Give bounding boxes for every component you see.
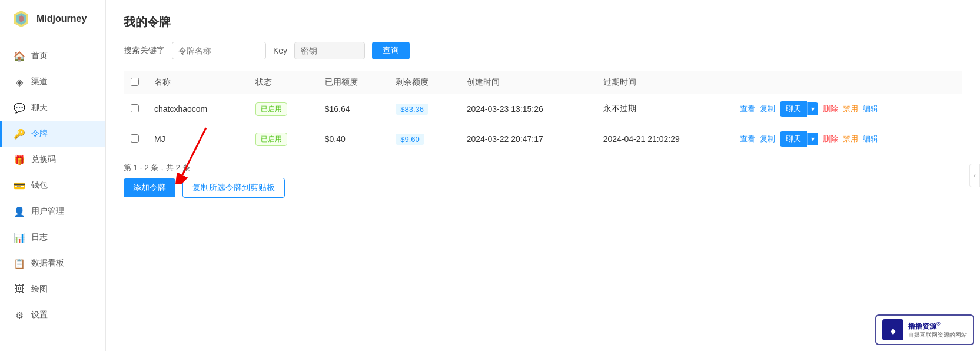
watermark: ⬧ 撸撸资源® 自媒互联网资源的网站	[875, 314, 974, 345]
sidebar-label-token: 令牌	[31, 128, 48, 139]
table-row: MJ 已启用 $0.40 $9.60 2024-03-22 20:47:17 2…	[124, 124, 962, 154]
row-used: $0.40	[318, 124, 389, 154]
sidebar-item-dashboard[interactable]: 📋 数据看板	[0, 250, 105, 276]
th-created: 创建时间	[460, 71, 596, 94]
sidebar-logo: Midjourney	[0, 0, 105, 38]
row-checkbox-cell	[124, 124, 147, 154]
sidebar-item-logs[interactable]: 📊 日志	[0, 224, 105, 250]
channel-icon: ◈	[14, 76, 25, 88]
row-status: 已启用	[248, 124, 318, 154]
logs-icon: 📊	[14, 231, 25, 243]
sidebar-item-settings[interactable]: ⚙ 设置	[0, 302, 105, 328]
app-name: Midjourney	[36, 14, 87, 24]
home-icon: 🏠	[14, 50, 25, 62]
watermark-subtitle: 自媒互联网资源的网站	[908, 331, 967, 339]
token-table: 名称 状态 已用额度 剩余额度 创建时间 过期时间 chatcxhaocom 已…	[124, 71, 962, 154]
status-badge: 已启用	[255, 102, 287, 116]
delete-link[interactable]: 删除	[823, 104, 838, 114]
disable-link[interactable]: 禁用	[843, 134, 858, 144]
sidebar-item-token[interactable]: 🔑 令牌	[0, 121, 105, 147]
action-group: 查看 复制 聊天 ▾ 删除 禁用 编辑	[740, 131, 955, 147]
sidebar-item-channel[interactable]: ◈ 渠道	[0, 69, 105, 95]
row-created: 2024-03-22 20:47:17	[460, 124, 596, 154]
watermark-text: 撸撸资源® 自媒互联网资源的网站	[908, 321, 967, 339]
logo-icon	[12, 9, 31, 28]
query-button[interactable]: 查询	[372, 42, 410, 59]
chat-dropdown-arrow[interactable]: ▾	[807, 133, 818, 145]
th-status: 状态	[248, 71, 318, 94]
sidebar-item-redeem[interactable]: 🎁 兑换码	[0, 147, 105, 173]
chat-dropdown-arrow[interactable]: ▾	[807, 102, 818, 115]
row-checkbox-cell	[124, 94, 147, 124]
sidebar: Midjourney 🏠 首页 ◈ 渠道 💬 聊天 🔑 令牌 🎁 兑换码 💳 钱…	[0, 0, 106, 351]
select-all-checkbox[interactable]	[131, 78, 139, 86]
action-group: 查看 复制 聊天 ▾ 删除 禁用 编辑	[740, 101, 955, 117]
copy-link[interactable]: 复制	[760, 104, 775, 114]
nav-menu: 🏠 首页 ◈ 渠道 💬 聊天 🔑 令牌 🎁 兑换码 💳 钱包 👤 用户管理 📊	[0, 38, 105, 351]
row-actions: 查看 复制 聊天 ▾ 删除 禁用 编辑	[733, 124, 962, 154]
chat-icon: 💬	[14, 102, 25, 114]
sidebar-item-home[interactable]: 🏠 首页	[0, 43, 105, 69]
row-name: chatcxhaocom	[147, 94, 248, 124]
chat-dropdown: 聊天 ▾	[780, 101, 818, 117]
row-created: 2024-03-23 13:15:26	[460, 94, 596, 124]
row-name: MJ	[147, 124, 248, 154]
sidebar-label-channel: 渠道	[31, 77, 48, 87]
status-badge: 已启用	[255, 133, 287, 146]
row-expires: 2024-04-21 21:02:29	[596, 124, 733, 154]
collapse-button[interactable]: ‹	[969, 164, 980, 187]
sidebar-item-usermgmt[interactable]: 👤 用户管理	[0, 198, 105, 224]
main-content: 我的令牌 搜索关键字 Key 查询 名称 状态 已用额度 剩余额度 创建时间 过…	[106, 0, 980, 351]
view-link[interactable]: 查看	[740, 134, 755, 144]
search-input[interactable]	[172, 42, 266, 59]
chat-button[interactable]: 聊天	[780, 131, 807, 147]
watermark-logo-icon: ⬧	[882, 319, 903, 340]
pagination-info: 第 1 - 2 条，共 2 条	[124, 163, 962, 173]
sidebar-label-wallet: 钱包	[31, 180, 48, 191]
row-checkbox-0[interactable]	[131, 104, 139, 112]
copy-link[interactable]: 复制	[760, 134, 775, 144]
key-input[interactable]	[294, 42, 365, 59]
add-token-button[interactable]: 添加令牌	[124, 178, 175, 197]
sidebar-item-wallet[interactable]: 💳 钱包	[0, 173, 105, 198]
sidebar-label-home: 首页	[31, 51, 48, 61]
th-checkbox	[124, 71, 147, 94]
delete-link[interactable]: 删除	[823, 134, 838, 144]
row-checkbox-1[interactable]	[131, 134, 139, 143]
table-row: chatcxhaocom 已启用 $16.64 $83.36 2024-03-2…	[124, 94, 962, 124]
row-status: 已启用	[248, 94, 318, 124]
wallet-icon: 💳	[14, 180, 25, 191]
sidebar-label-drawing: 绘图	[31, 284, 48, 294]
sidebar-label-chat: 聊天	[31, 102, 48, 113]
th-used: 已用额度	[318, 71, 389, 94]
sidebar-label-logs: 日志	[31, 232, 48, 243]
chat-button[interactable]: 聊天	[780, 101, 807, 117]
th-remaining: 剩余额度	[388, 71, 460, 94]
view-link[interactable]: 查看	[740, 104, 755, 114]
row-remaining: $9.60	[388, 124, 460, 154]
sidebar-label-dashboard: 数据看板	[31, 258, 64, 269]
copy-tokens-button[interactable]: 复制所选令牌到剪贴板	[182, 178, 285, 198]
search-label: 搜索关键字	[124, 45, 165, 56]
remaining-badge: $83.36	[396, 104, 428, 115]
edit-link[interactable]: 编辑	[863, 134, 878, 144]
token-icon: 🔑	[14, 128, 25, 140]
watermark-logo: ⬧	[882, 319, 903, 340]
page-title: 我的令牌	[124, 14, 962, 30]
disable-link[interactable]: 禁用	[843, 104, 858, 114]
dashboard-icon: 📋	[14, 257, 25, 269]
edit-link[interactable]: 编辑	[863, 104, 878, 114]
usermgmt-icon: 👤	[14, 206, 25, 217]
search-bar: 搜索关键字 Key 查询	[124, 42, 962, 59]
bottom-actions: 添加令牌 复制所选令牌到剪贴板	[124, 178, 962, 198]
chat-dropdown: 聊天 ▾	[780, 131, 818, 147]
sidebar-label-redeem: 兑换码	[31, 154, 56, 165]
row-remaining: $83.36	[388, 94, 460, 124]
sidebar-label-usermgmt: 用户管理	[31, 206, 64, 217]
th-name: 名称	[147, 71, 248, 94]
row-expires: 永不过期	[596, 94, 733, 124]
settings-icon: ⚙	[14, 309, 25, 321]
sidebar-item-drawing[interactable]: 🖼 绘图	[0, 276, 105, 302]
remaining-badge: $9.60	[396, 134, 424, 145]
sidebar-item-chat[interactable]: 💬 聊天	[0, 95, 105, 121]
